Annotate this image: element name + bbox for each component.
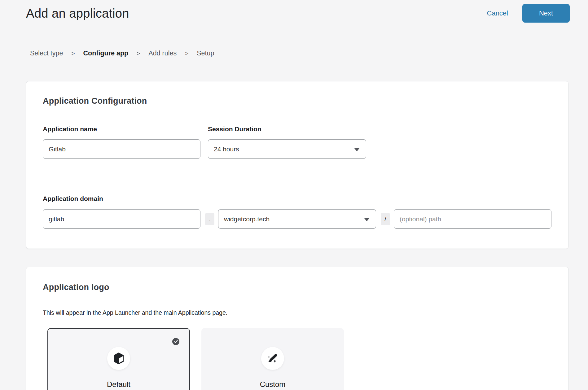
header-actions: Cancel Next — [487, 4, 570, 23]
default-logo-circle — [107, 347, 130, 370]
selected-check-badge — [172, 338, 179, 345]
application-logo-card: Application logo This will appear in the… — [26, 267, 568, 390]
logo-option-custom[interactable]: Custom — [201, 328, 344, 390]
breadcrumb-step-select-type[interactable]: Select type — [30, 50, 63, 57]
cube-icon — [113, 352, 124, 365]
application-name-label: Application name — [43, 125, 200, 133]
application-configuration-heading: Application Configuration — [43, 96, 147, 106]
session-duration-label: Session Duration — [208, 125, 366, 133]
chevron-down-icon — [364, 218, 370, 221]
logo-option-default[interactable]: Default — [47, 328, 190, 390]
application-logo-description: This will appear in the App Launcher and… — [43, 309, 227, 316]
slash-separator: / — [381, 213, 390, 225]
path-input[interactable] — [394, 209, 551, 229]
application-name-input[interactable] — [43, 139, 200, 159]
breadcrumb-step-add-rules[interactable]: Add rules — [148, 50, 177, 57]
logo-option-label: Custom — [202, 380, 343, 389]
domain-select[interactable]: widgetcorp.tech — [218, 209, 376, 229]
session-duration-value: 24 hours — [214, 145, 239, 153]
logo-option-label: Default — [48, 380, 189, 389]
breadcrumb: Select type > Configure app > Add rules … — [30, 50, 214, 57]
domain-select-value: widgetcorp.tech — [224, 215, 270, 223]
session-duration-field-group: Session Duration 24 hours — [208, 125, 366, 159]
breadcrumb-separator-icon: > — [71, 50, 75, 57]
breadcrumb-step-configure-app[interactable]: Configure app — [83, 50, 128, 57]
custom-logo-circle — [261, 347, 284, 370]
page-header: Add an application Cancel Next — [26, 0, 570, 27]
cancel-button[interactable]: Cancel — [487, 9, 508, 17]
breadcrumb-step-setup[interactable]: Setup — [197, 50, 214, 57]
page-title: Add an application — [26, 6, 129, 20]
application-name-field-group: Application name — [43, 125, 200, 159]
dot-separator: . — [205, 213, 214, 225]
paintbrush-icon — [267, 353, 279, 364]
chevron-down-icon — [354, 148, 360, 151]
application-domain-row: . widgetcorp.tech / — [43, 209, 552, 229]
session-duration-select[interactable]: 24 hours — [208, 139, 366, 159]
check-icon — [174, 340, 178, 343]
application-logo-heading: Application logo — [43, 283, 109, 292]
logo-option-tiles: Default Custom — [47, 328, 344, 390]
next-button[interactable]: Next — [522, 4, 570, 23]
application-domain-label: Application domain — [43, 195, 103, 202]
breadcrumb-separator-icon: > — [185, 50, 188, 57]
subdomain-input[interactable] — [43, 209, 200, 229]
breadcrumb-separator-icon: > — [137, 50, 140, 57]
application-configuration-card: Application Configuration Application na… — [26, 81, 568, 249]
